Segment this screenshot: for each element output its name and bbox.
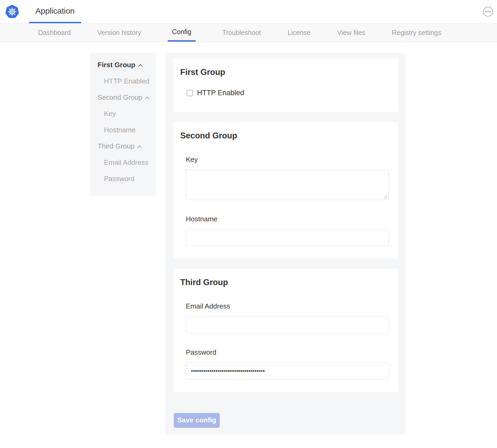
config-side-nav: First Group HTTP Enabled Second Group Ke… — [90, 53, 156, 196]
chevron-up-icon — [145, 97, 150, 99]
tab-config[interactable]: Config — [168, 23, 195, 42]
app-tab-bar: Dashboard Version history Config Trouble… — [0, 23, 497, 42]
sidebar-item-label: HTTP Enabled — [104, 77, 149, 85]
email-address-field: Email Address — [186, 302, 389, 333]
app-title-tab[interactable]: Application — [29, 0, 81, 23]
config-group-first-group: First Group HTTP Enabled — [173, 58, 398, 112]
key-textarea[interactable] — [186, 170, 389, 200]
ellipsis-icon — [490, 11, 491, 12]
ellipsis-icon — [487, 11, 489, 12]
sidebar-item-key[interactable]: Key — [98, 106, 153, 122]
chevron-up-icon — [137, 145, 142, 148]
password-label: Password — [186, 348, 389, 357]
kubernetes-logo-icon — [5, 5, 19, 19]
config-panel: First Group HTTP Enabled Second Group Ke… — [165, 53, 405, 434]
save-config-button[interactable]: Save config — [174, 413, 220, 427]
group-title: Third Group — [180, 278, 389, 287]
http-enabled-checkbox[interactable] — [187, 90, 193, 96]
tab-dashboard[interactable]: Dashboard — [38, 23, 71, 42]
config-page: First Group HTTP Enabled Second Group Ke… — [0, 42, 497, 448]
sidebar-group-label: First Group — [98, 61, 135, 69]
tab-registry-settings[interactable]: Registry settings — [392, 23, 441, 42]
top-bar: Application — [0, 0, 497, 23]
tab-version-history[interactable]: Version history — [97, 23, 141, 42]
ellipsis-menu-button[interactable] — [483, 7, 493, 17]
config-group-second-group: Second Group Key Hostname — [173, 122, 398, 258]
sidebar-item-label: Email Address — [104, 158, 148, 167]
sidebar-item-label: Hostname — [104, 126, 136, 134]
hostname-label: Hostname — [186, 215, 389, 223]
config-group-third-group: Third Group Email Address Password — [173, 269, 398, 392]
sidebar-item-hostname[interactable]: Hostname — [98, 122, 153, 138]
sidebar-item-http-enabled[interactable]: HTTP Enabled — [98, 73, 153, 89]
chevron-up-icon — [138, 64, 143, 67]
sidebar-group-label: Third Group — [98, 142, 135, 150]
sidebar-group-second-group[interactable]: Second Group — [98, 89, 153, 106]
password-field: Password — [186, 348, 389, 379]
http-enabled-field: HTTP Enabled — [187, 89, 389, 97]
hostname-field: Hostname — [186, 215, 389, 246]
password-input[interactable] — [186, 362, 389, 379]
group-title: First Group — [180, 67, 389, 77]
http-enabled-label[interactable]: HTTP Enabled — [197, 89, 244, 97]
tab-troubleshoot[interactable]: Troubleshoot — [222, 23, 261, 42]
tab-license[interactable]: License — [288, 23, 311, 42]
sidebar-item-label: Password — [104, 175, 134, 183]
key-field: Key — [186, 155, 389, 200]
sidebar-item-email-address[interactable]: Email Address — [98, 154, 153, 171]
email-address-input[interactable] — [186, 316, 389, 333]
hostname-input[interactable] — [186, 229, 389, 246]
email-address-label: Email Address — [186, 302, 389, 310]
sidebar-group-label: Second Group — [98, 93, 142, 102]
sidebar-group-third-group[interactable]: Third Group — [98, 138, 153, 154]
group-title: Second Group — [180, 131, 389, 141]
key-label: Key — [186, 155, 389, 164]
tab-view-files[interactable]: View files — [337, 23, 365, 42]
ellipsis-icon — [485, 11, 487, 12]
sidebar-group-first-group[interactable]: First Group — [98, 57, 153, 73]
sidebar-item-label: Key — [104, 110, 116, 118]
sidebar-item-password[interactable]: Password — [98, 171, 153, 187]
